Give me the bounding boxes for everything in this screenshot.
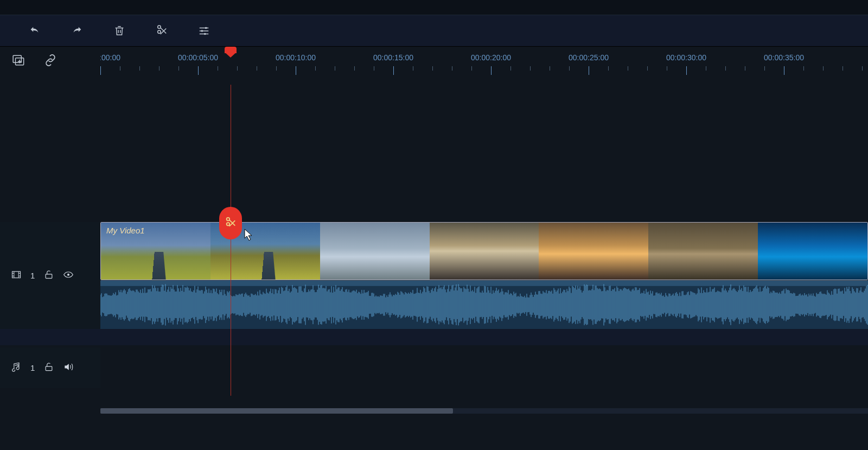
unlock-icon [43, 362, 54, 372]
redo-icon [71, 25, 83, 37]
ruler-label: 00:00:35:00 [764, 53, 804, 62]
add-track-icon [12, 53, 26, 67]
ruler-label: 00:00:25:00 [569, 53, 609, 62]
ruler-left-controls [0, 47, 100, 85]
scrollbar-handle[interactable] [100, 408, 453, 414]
mute-button[interactable] [63, 362, 74, 374]
scissors-icon [156, 25, 168, 37]
visibility-button[interactable] [63, 269, 74, 282]
timeline-ruler[interactable]: 00:00:00:0000:00:05:0000:00:10:0000:00:1… [100, 47, 868, 85]
clip-audio-waveform[interactable] [100, 280, 868, 329]
redo-button[interactable] [69, 23, 85, 39]
undo-button[interactable] [27, 23, 42, 39]
ruler-label: 00:00:10:00 [276, 53, 316, 62]
speaker-icon [63, 362, 74, 372]
clip-label: My Video1 [106, 226, 145, 235]
ruler-label: 00:00:20:00 [471, 53, 511, 62]
timeline-ruler-row: 00:00:00:0000:00:05:0000:00:10:0000:00:1… [0, 47, 868, 85]
audio-track-row: 1 [0, 347, 868, 388]
svg-point-1 [201, 30, 203, 32]
link-button[interactable] [43, 53, 58, 69]
video-track-content[interactable]: My Video1 [100, 222, 868, 329]
undo-icon [29, 25, 41, 37]
add-track-button[interactable] [12, 53, 26, 69]
cut-button[interactable] [154, 23, 169, 39]
timeline-toolbar [0, 15, 868, 47]
playhead-handle[interactable] [225, 47, 237, 58]
video-track-row: 1 My Video1 [0, 222, 868, 329]
clip-thumbnail [539, 223, 648, 280]
ruler-label: 00:00:05:00 [178, 53, 218, 62]
sliders-icon [198, 25, 210, 37]
clip-thumbnail: My Video1 [101, 223, 210, 280]
svg-point-0 [205, 27, 207, 29]
audio-track-number: 1 [30, 363, 35, 372]
unlock-icon [43, 269, 54, 280]
clip-thumbnail [320, 223, 430, 280]
video-track-number: 1 [30, 271, 35, 280]
video-clip[interactable]: My Video1 [100, 222, 868, 280]
ruler-label: 00:00:00:00 [100, 53, 120, 62]
svg-rect-5 [12, 271, 21, 278]
audio-track-header: 1 [0, 347, 100, 388]
settings-button[interactable] [196, 23, 212, 39]
audio-track-content[interactable] [100, 347, 868, 388]
trash-icon [113, 25, 125, 37]
scissors-icon [225, 217, 237, 229]
clip-thumbnail [430, 223, 539, 280]
clip-thumbnail [648, 223, 758, 280]
empty-track-area [0, 85, 868, 222]
cut-marker[interactable] [219, 207, 242, 239]
clip-thumbnail [758, 223, 867, 280]
timeline-scrollbar[interactable] [100, 408, 868, 414]
svg-rect-6 [46, 274, 53, 278]
ruler-label: 00:00:15:00 [373, 53, 413, 62]
music-icon [11, 362, 22, 374]
video-track-header: 1 [0, 222, 100, 329]
svg-rect-9 [46, 366, 53, 371]
unlock-button[interactable] [43, 269, 54, 282]
unlock-button[interactable] [43, 362, 54, 374]
ruler-label: 00:00:30:00 [666, 53, 706, 62]
svg-point-2 [204, 33, 206, 35]
film-icon [11, 269, 22, 282]
link-icon [43, 53, 58, 67]
delete-button[interactable] [112, 23, 127, 39]
eye-icon [63, 269, 74, 280]
svg-rect-8 [100, 281, 868, 286]
svg-point-7 [67, 274, 69, 276]
timeline-body: 1 My Video1 1 [0, 85, 868, 426]
tab-strip [0, 0, 868, 15]
